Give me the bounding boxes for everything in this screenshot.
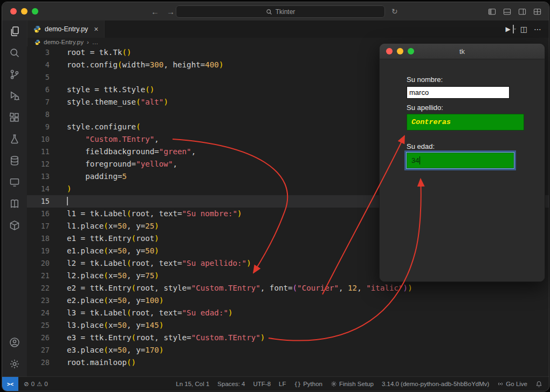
status-bar: >< ⊘ 0 ⚠ 0 Ln 15, Col 1 Spaces: 4 UTF-8 …	[2, 376, 549, 391]
search-value: Tkinter	[276, 8, 295, 16]
problems-indicator[interactable]: ⊘ 0 ⚠ 0	[24, 380, 48, 388]
status-line-col[interactable]: Ln 15, Col 1	[176, 381, 209, 387]
line-number: 8	[27, 108, 54, 121]
search-icon[interactable]	[2, 42, 27, 64]
line-number: 17	[27, 220, 54, 232]
remote-explorer-icon[interactable]	[2, 171, 27, 193]
line-number: 24	[27, 307, 54, 319]
line-number: 20	[27, 257, 54, 270]
toggle-primary-sidebar-icon[interactable]	[488, 8, 496, 16]
run-debug-icon[interactable]	[2, 85, 27, 107]
package-icon[interactable]	[2, 215, 27, 236]
command-center-search[interactable]: Tkinter	[176, 5, 385, 18]
editor-more-actions-icon[interactable]: ⋯	[534, 25, 541, 33]
tk-label-nombre: Su nombre:	[407, 75, 443, 84]
code-line-22[interactable]: 22e2 = ttk.Entry(root, style="Custom.TEn…	[27, 282, 549, 294]
breadcrumb-file[interactable]: demo-Entry.py	[44, 39, 84, 45]
minimize-window-button[interactable]	[21, 8, 28, 15]
status-go-live[interactable]: Go Live	[497, 381, 527, 387]
tab-strip: demo-Entry.py × ▶ ⌄ ◫ ⋯	[27, 20, 549, 38]
broadcast-icon	[497, 381, 504, 387]
close-window-button[interactable]	[10, 8, 17, 15]
line-number: 22	[27, 282, 54, 294]
code-line-28[interactable]: 28root.mainloop()	[27, 356, 549, 369]
tk-close-button[interactable]	[386, 48, 393, 54]
code-text: padding=5	[67, 170, 127, 183]
code-text: root.mainloop()	[67, 356, 136, 369]
status-finish-setup[interactable]: Finish Setup	[331, 381, 374, 387]
code-line-27[interactable]: 27e3.place(x=50, y=170)	[27, 344, 549, 356]
code-text: l3 = tk.Label(root, text="Su edad:")	[67, 307, 233, 319]
account-icon[interactable]	[2, 332, 27, 353]
code-text: l1.place(x=50, y=25)	[67, 220, 159, 232]
back-icon[interactable]: ←	[151, 7, 159, 16]
tk-entry-nombre[interactable]: marco	[407, 86, 510, 99]
code-line-24[interactable]: 24l3 = tk.Label(root, text="Su edad:")	[27, 307, 549, 319]
code-text: l1 = tk.Label(root, text="Su nombre:")	[67, 208, 242, 220]
line-number: 14	[27, 183, 54, 195]
tk-titlebar[interactable]: tk	[380, 44, 545, 59]
code-line-25[interactable]: 25l3.place(x=50, y=145)	[27, 319, 549, 332]
python-icon	[33, 25, 41, 33]
split-editor-icon[interactable]: ◫	[520, 25, 527, 33]
sync-icon[interactable]: ↻	[391, 7, 398, 16]
tk-minimize-button[interactable]	[397, 48, 403, 54]
line-number: 13	[27, 170, 54, 183]
code-text: "Custom.TEntry",	[67, 133, 159, 146]
tk-entry-edad[interactable]: 34	[407, 153, 514, 168]
code-text: style.theme_use("alt")	[67, 96, 168, 108]
status-python-interpreter[interactable]: 3.14.0 (demo-python-adb-5hbBoYdMv)	[382, 381, 489, 387]
window-controls	[10, 8, 38, 15]
toggle-secondary-sidebar-icon[interactable]	[518, 8, 526, 16]
status-eol[interactable]: LF	[279, 381, 286, 387]
code-line-23[interactable]: 23e2.place(x=50, y=100)	[27, 294, 549, 307]
explorer-icon[interactable]	[2, 20, 27, 42]
code-text: root = tk.Tk()	[67, 46, 132, 59]
line-number: 11	[27, 146, 54, 158]
tab-close-icon[interactable]: ×	[94, 25, 98, 33]
docs-book-icon[interactable]	[2, 193, 27, 215]
testing-icon[interactable]	[2, 128, 27, 150]
code-line-26[interactable]: 26e3 = ttk.Entry(root, style="Custom.TEn…	[27, 332, 549, 344]
code-text: l3.place(x=50, y=145)	[67, 319, 163, 332]
customize-layout-icon[interactable]	[533, 8, 541, 16]
error-count: 0	[31, 381, 35, 387]
run-python-file-button[interactable]: ▶	[506, 25, 511, 33]
tk-window-title: tk	[459, 47, 465, 56]
code-text: l2 = tk.Label(root, text="Su apellido:")	[67, 257, 251, 270]
extensions-icon[interactable]	[2, 107, 27, 128]
tk-entry-apellido[interactable]: Contreras	[407, 114, 524, 130]
status-language[interactable]: {} Python	[294, 381, 322, 387]
code-text: style = ttk.Style()	[67, 84, 154, 96]
editor-cursor	[67, 197, 68, 205]
tk-label-apellido: Su apellido:	[407, 104, 443, 112]
status-indentation[interactable]: Spaces: 4	[217, 381, 245, 387]
settings-gear-icon[interactable]	[2, 353, 27, 375]
code-text: e2 = ttk.Entry(root, style="Custom.TEntr…	[67, 282, 412, 294]
code-text: fieldbackground="green",	[67, 146, 196, 158]
braces-icon: {}	[294, 381, 301, 387]
forward-icon[interactable]: →	[167, 7, 175, 16]
code-text: foreground="yellow",	[67, 158, 177, 170]
notifications-bell-icon[interactable]	[535, 381, 542, 388]
error-icon: ⊘	[24, 380, 29, 388]
code-text: style.configure(	[67, 121, 141, 133]
database-icon[interactable]	[2, 150, 27, 171]
python-icon	[35, 39, 40, 45]
line-number: 28	[27, 356, 54, 369]
toggle-panel-icon[interactable]	[503, 8, 511, 16]
zoom-window-button[interactable]	[32, 8, 38, 15]
code-text: e1 = ttk.Entry(root)	[67, 232, 159, 245]
remote-indicator[interactable]: ><	[2, 377, 18, 391]
line-number: 7	[27, 96, 54, 108]
breadcrumb-more[interactable]: …	[92, 39, 99, 45]
line-number: 27	[27, 344, 54, 356]
line-number: 23	[27, 294, 54, 307]
tab-demo-entry-py[interactable]: demo-Entry.py ×	[27, 20, 105, 38]
text-cursor	[420, 156, 420, 164]
status-encoding[interactable]: UTF-8	[253, 381, 271, 387]
tab-label: demo-Entry.py	[45, 25, 88, 33]
run-dropdown-icon[interactable]: ⌄	[513, 25, 514, 33]
source-control-icon[interactable]	[2, 64, 27, 85]
tk-zoom-button[interactable]	[408, 48, 414, 54]
